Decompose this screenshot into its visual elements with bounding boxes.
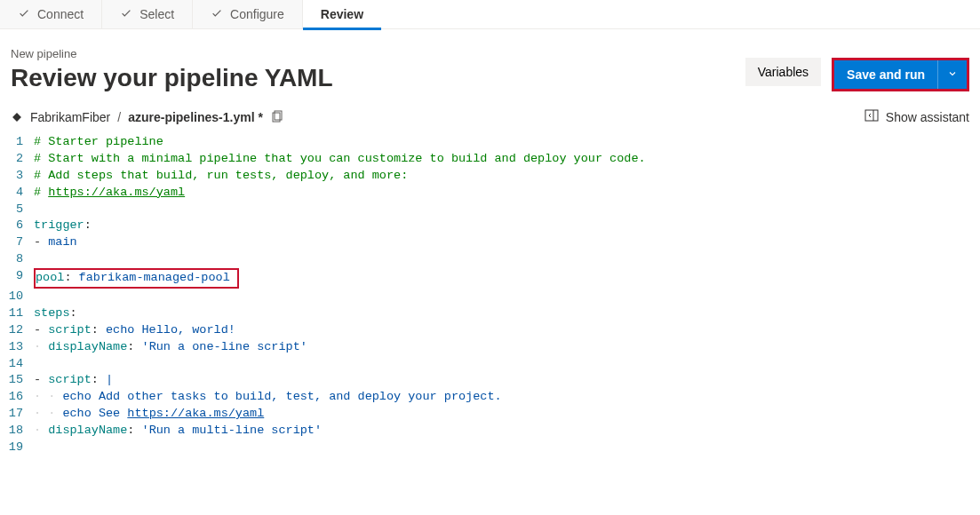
editor-line[interactable]: 10 (0, 289, 980, 305)
show-assistant-label: Show assistant (886, 110, 969, 124)
line-number: 16 (0, 389, 34, 406)
editor-line[interactable]: 5 (0, 202, 980, 218)
svg-rect-0 (12, 113, 21, 122)
wizard-step-label: Connect (37, 7, 84, 21)
wizard-step-connect[interactable]: Connect (0, 0, 102, 28)
line-number: 6 (0, 218, 34, 234)
line-code (34, 356, 980, 373)
line-code: · displayName: 'Run a multi-line script' (34, 423, 980, 440)
line-number: 2 (0, 151, 34, 168)
line-code: trigger: (34, 218, 980, 234)
line-code (34, 289, 980, 305)
panel-icon (864, 108, 879, 125)
line-code: # Starter pipeline (34, 134, 980, 151)
line-number: 1 (0, 134, 34, 151)
editor-line[interactable]: 19 (0, 440, 980, 456)
save-run-button[interactable]: Save and run (834, 60, 937, 89)
editor-line[interactable]: 17· · echo See https://aka.ms/yaml (0, 406, 980, 423)
line-code: # Start with a minimal pipeline that you… (34, 151, 980, 168)
wizard-step-label: Review (321, 7, 363, 21)
show-assistant-button[interactable]: Show assistant (864, 108, 969, 125)
line-number: 17 (0, 406, 34, 423)
editor-line[interactable]: 6trigger: (0, 218, 980, 234)
sub-bar: FabrikamFiber / azure-pipelines-1.yml * … (0, 92, 980, 131)
repo-name[interactable]: FabrikamFiber (30, 110, 110, 124)
line-code: · · echo Add other tasks to build, test,… (34, 389, 980, 406)
page-title: Review your pipeline YAML (11, 64, 333, 92)
line-code: - script: | (34, 372, 980, 389)
editor-line[interactable]: 9pool: fabrikam-managed-pool (0, 268, 980, 289)
svg-rect-3 (865, 110, 878, 121)
line-code: steps: (34, 305, 980, 322)
line-number: 19 (0, 440, 34, 456)
line-number: 10 (0, 289, 34, 305)
line-number: 11 (0, 305, 34, 322)
line-code: - script: echo Hello, world! (34, 322, 980, 339)
save-run-chevron-button[interactable] (937, 60, 967, 89)
line-number: 3 (0, 168, 34, 185)
line-number: 4 (0, 185, 34, 202)
check-icon (18, 8, 30, 20)
file-name[interactable]: azure-pipelines-1.yml * (128, 110, 263, 124)
copy-icon[interactable] (270, 110, 284, 124)
wizard-step-select[interactable]: Select (102, 0, 193, 28)
variables-button[interactable]: Variables (745, 58, 821, 86)
editor-line[interactable]: 11steps: (0, 305, 980, 322)
repo-icon (11, 111, 23, 123)
line-code: # https://aka.ms/yaml (34, 185, 980, 202)
line-number: 15 (0, 372, 34, 389)
breadcrumb: New pipeline (11, 47, 333, 60)
editor-line[interactable]: 14 (0, 356, 980, 373)
editor-line[interactable]: 15- script: | (0, 372, 980, 389)
editor-line[interactable]: 12- script: echo Hello, world! (0, 322, 980, 339)
yaml-editor[interactable]: 1# Starter pipeline2# Start with a minim… (0, 131, 980, 456)
line-code (34, 440, 980, 456)
editor-line[interactable]: 8 (0, 251, 980, 268)
line-code: # Add steps that build, run tests, deplo… (34, 168, 980, 185)
page-header: New pipeline Review your pipeline YAML V… (0, 29, 980, 92)
editor-line[interactable]: 1# Starter pipeline (0, 134, 980, 151)
editor-line[interactable]: 16· · echo Add other tasks to build, tes… (0, 389, 980, 406)
line-number: 7 (0, 234, 34, 251)
line-number: 8 (0, 251, 34, 268)
editor-line[interactable]: 3# Add steps that build, run tests, depl… (0, 168, 980, 185)
wizard-step-review[interactable]: Review (303, 0, 381, 28)
line-number: 13 (0, 339, 34, 356)
line-code: · · echo See https://aka.ms/yaml (34, 406, 980, 423)
file-path: FabrikamFiber / azure-pipelines-1.yml * (11, 110, 284, 124)
chevron-down-icon (947, 68, 958, 82)
editor-line[interactable]: 7- main (0, 234, 980, 251)
wizard-steps: Connect Select Configure Review (0, 0, 980, 29)
line-number: 14 (0, 356, 34, 373)
wizard-step-label: Configure (230, 7, 284, 21)
line-code: · displayName: 'Run a one-line script' (34, 339, 980, 356)
check-icon (211, 8, 223, 20)
editor-line[interactable]: 18· displayName: 'Run a multi-line scrip… (0, 423, 980, 440)
line-code: - main (34, 234, 980, 251)
line-number: 9 (0, 268, 34, 289)
editor-line[interactable]: 13· displayName: 'Run a one-line script' (0, 339, 980, 356)
line-code: pool: fabrikam-managed-pool (34, 268, 980, 289)
wizard-step-label: Select (139, 7, 174, 21)
line-code (34, 202, 980, 218)
line-number: 18 (0, 423, 34, 440)
line-number: 5 (0, 202, 34, 218)
path-separator: / (117, 110, 121, 124)
wizard-step-configure[interactable]: Configure (193, 0, 303, 28)
line-number: 12 (0, 322, 34, 339)
editor-line[interactable]: 4# https://aka.ms/yaml (0, 185, 980, 202)
line-code (34, 251, 980, 268)
check-icon (120, 8, 132, 20)
save-run-highlight: Save and run (832, 58, 969, 91)
editor-line[interactable]: 2# Start with a minimal pipeline that yo… (0, 151, 980, 168)
